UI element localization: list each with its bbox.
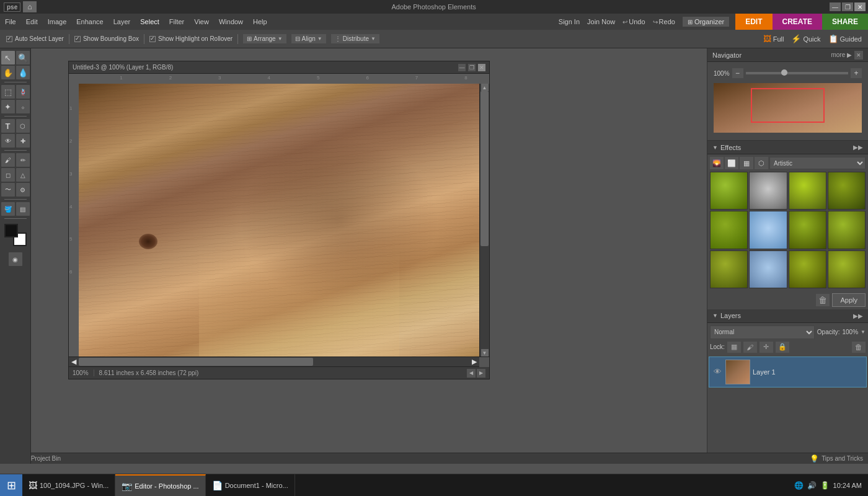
layers-header[interactable]: ▼ Layers ▶▶ bbox=[707, 309, 868, 323]
home-button[interactable]: ⌂ bbox=[23, 1, 37, 12]
lock-brush-btn[interactable]: 🖌 bbox=[743, 342, 757, 353]
menu-help[interactable]: Help bbox=[248, 17, 272, 27]
lock-transparent-btn[interactable]: ▦ bbox=[727, 342, 741, 353]
hscroll-right[interactable]: ▶ bbox=[469, 357, 479, 366]
menu-window[interactable]: Window bbox=[214, 17, 248, 27]
delete-effect-btn[interactable]: 🗑 bbox=[816, 294, 830, 306]
delete-layer-btn[interactable]: 🗑 bbox=[852, 342, 866, 353]
effect-thumb-11[interactable] bbox=[789, 250, 826, 288]
create-mode-button[interactable]: CREATE bbox=[773, 14, 822, 30]
effects-header[interactable]: ▼ Effects ▶▶ bbox=[707, 141, 868, 154]
restore-button[interactable]: ❐ bbox=[842, 2, 853, 11]
layer-item-1[interactable]: 👁 Layer 1 bbox=[709, 356, 867, 388]
close-button[interactable]: ✕ bbox=[854, 2, 866, 11]
gradient-tool[interactable]: ▤ bbox=[16, 202, 30, 216]
show-highlight-checkbox[interactable] bbox=[149, 36, 156, 42]
canvas-zoom-display[interactable]: 100% bbox=[73, 370, 94, 376]
menu-enhance[interactable]: Enhance bbox=[71, 17, 108, 27]
canvas-hscrollbar[interactable] bbox=[79, 357, 469, 366]
full-mode-link[interactable]: 🖼 Full bbox=[763, 34, 784, 43]
foreground-color-swatch[interactable] bbox=[4, 224, 18, 237]
layer-visibility-eye[interactable]: 👁 bbox=[712, 366, 723, 378]
effect-thumb-5[interactable] bbox=[710, 211, 748, 249]
brush-tool[interactable]: 🖌 bbox=[1, 153, 15, 167]
effects-photo-btn[interactable]: 🌄 bbox=[710, 157, 724, 169]
canvas-image[interactable] bbox=[79, 84, 479, 356]
hand-tool[interactable]: ✋ bbox=[1, 66, 15, 79]
effect-thumb-9[interactable] bbox=[710, 250, 748, 288]
edit-mode-button[interactable]: EDIT bbox=[735, 14, 772, 30]
effects-layer-style-btn[interactable]: ⬡ bbox=[755, 157, 768, 169]
join-now-link[interactable]: Join Now bbox=[587, 18, 615, 25]
dodge-tool[interactable]: ⚙ bbox=[16, 183, 30, 197]
effects-texture-btn[interactable]: ▦ bbox=[740, 157, 753, 169]
navigator-more-btn[interactable]: more ▶ bbox=[831, 51, 852, 58]
red-eye-tool[interactable]: 👁 bbox=[1, 134, 15, 148]
apply-effect-btn[interactable]: Apply bbox=[832, 293, 866, 307]
effect-thumb-1[interactable] bbox=[710, 172, 748, 210]
nav-zoom-minus[interactable]: − bbox=[732, 68, 743, 78]
auto-select-checkbox[interactable] bbox=[6, 36, 12, 42]
start-button[interactable]: ⊞ bbox=[0, 474, 22, 497]
canvas-vscrollbar[interactable]: ▲ ▼ bbox=[479, 84, 489, 356]
canvas-prev-btn[interactable]: ◀ bbox=[467, 369, 476, 378]
minimize-button[interactable]: — bbox=[830, 2, 841, 11]
sign-in-link[interactable]: Sign In bbox=[559, 18, 580, 25]
align-dropdown[interactable]: ⊟ Align ▼ bbox=[291, 34, 326, 43]
move-tool[interactable]: ↖ bbox=[1, 51, 15, 64]
tips-tricks[interactable]: 💡 Tips and Tricks bbox=[810, 454, 863, 463]
menu-view[interactable]: View bbox=[189, 17, 214, 27]
effects-expand-btn[interactable]: ▶▶ bbox=[853, 144, 863, 151]
navigator-close-btn[interactable]: ✕ bbox=[854, 51, 863, 60]
paint-bucket-tool[interactable]: 🪣 bbox=[1, 202, 15, 216]
guided-mode-link[interactable]: 📋 Guided bbox=[828, 34, 862, 43]
navigator-preview[interactable] bbox=[714, 83, 862, 133]
redo-btn[interactable]: ↪ Redo bbox=[653, 18, 675, 25]
sharpen-tool[interactable]: △ bbox=[16, 168, 30, 182]
canvas-restore-btn[interactable]: ❐ bbox=[468, 64, 476, 71]
effect-thumb-6[interactable] bbox=[749, 211, 787, 249]
quick-select-tool[interactable]: ⬦ bbox=[16, 100, 30, 113]
magic-wand-tool[interactable]: ✦ bbox=[1, 100, 15, 113]
effect-thumb-7[interactable] bbox=[789, 211, 826, 249]
lock-position-btn[interactable]: ✛ bbox=[760, 342, 773, 353]
crop-tool[interactable]: ⬡ bbox=[16, 119, 30, 133]
canvas-next-btn[interactable]: ▶ bbox=[477, 369, 485, 378]
distribute-dropdown[interactable]: ⋮ Distribute ▼ bbox=[331, 34, 379, 43]
zoom-tool[interactable]: 🔍 bbox=[16, 51, 30, 64]
effect-thumb-2[interactable] bbox=[749, 172, 787, 210]
eraser-tool[interactable]: ◻ bbox=[1, 168, 15, 182]
arrange-dropdown[interactable]: ⊞ Arrange ▼ bbox=[243, 34, 286, 43]
blend-mode-select[interactable]: Normal Dissolve Multiply Screen Overlay … bbox=[710, 326, 815, 339]
share-mode-button[interactable]: SHARE bbox=[822, 14, 868, 30]
smudge-tool[interactable]: 〜 bbox=[1, 183, 15, 197]
effect-thumb-10[interactable] bbox=[749, 250, 787, 288]
quick-mask-btn[interactable]: ◉ bbox=[9, 252, 22, 266]
spot-heal-tool[interactable]: ✚ bbox=[16, 134, 30, 148]
type-tool[interactable]: T bbox=[1, 119, 15, 133]
show-bounding-checkbox[interactable] bbox=[74, 36, 81, 42]
effects-filter-select[interactable]: Artistic Blurring Brushstrokes Distort S… bbox=[769, 157, 866, 169]
taskbar-item-0[interactable]: 🖼 100_1094.JPG - Win... bbox=[22, 474, 115, 497]
undo-btn[interactable]: ↩ Undo bbox=[622, 18, 645, 25]
menu-edit[interactable]: Edit bbox=[21, 17, 43, 27]
menu-filter[interactable]: Filter bbox=[164, 17, 189, 27]
menu-select[interactable]: Select bbox=[135, 17, 164, 27]
effect-thumb-4[interactable] bbox=[828, 172, 866, 210]
organizer-btn[interactable]: ⊞ Organizer bbox=[683, 17, 729, 27]
layers-expand-btn[interactable]: ▶▶ bbox=[853, 312, 863, 319]
layer-name[interactable]: Layer 1 bbox=[753, 368, 864, 376]
nav-zoom-slider-track[interactable] bbox=[746, 72, 848, 74]
eyedropper-tool[interactable]: 💧 bbox=[16, 66, 30, 79]
menu-file[interactable]: File bbox=[0, 17, 21, 27]
menu-image[interactable]: Image bbox=[43, 17, 72, 27]
nav-zoom-plus[interactable]: + bbox=[851, 68, 862, 78]
effect-thumb-3[interactable] bbox=[789, 172, 826, 210]
menu-layer[interactable]: Layer bbox=[108, 17, 136, 27]
canvas-minimize-btn[interactable]: — bbox=[458, 64, 466, 71]
taskbar-item-1[interactable]: 📷 Editor - Photoshop ... bbox=[115, 474, 205, 497]
canvas-close-btn[interactable]: ✕ bbox=[478, 64, 485, 71]
nav-zoom-thumb[interactable] bbox=[781, 69, 787, 76]
lock-all-btn[interactable]: 🔒 bbox=[776, 342, 789, 353]
effects-frame-btn[interactable]: ⬜ bbox=[725, 157, 738, 169]
